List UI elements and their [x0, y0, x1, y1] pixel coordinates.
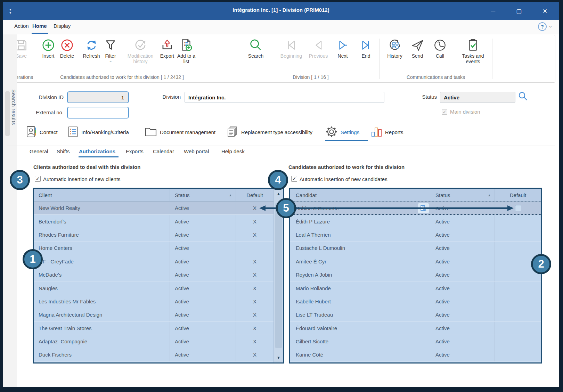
candidate-row[interactable]: Amitee É CyrActive	[290, 255, 541, 268]
menu-display[interactable]: Display	[54, 23, 71, 29]
subtab-calendar[interactable]: Calendar	[153, 148, 174, 154]
column-header-default[interactable]: Default	[236, 189, 274, 201]
ribbon: Save Operations Insert Delete Refresh Fi…	[7, 35, 555, 83]
tab-settings[interactable]: Settings	[325, 125, 359, 139]
column-header-status[interactable]: Status▲	[170, 189, 236, 201]
candidate-row[interactable]: Sabine A CaouetteActive	[290, 202, 541, 215]
client-row[interactable]: Home CentersActive	[34, 242, 283, 255]
callout-3: 3	[10, 170, 30, 190]
candidate-status-cell: Active	[431, 295, 495, 308]
end-button[interactable]: End	[359, 38, 373, 59]
subtab-authorizations[interactable]: Authorizations	[79, 148, 115, 154]
candidate-default-cell	[495, 348, 541, 361]
candidate-row[interactable]: Karine CôtéActive	[290, 348, 541, 361]
main-division-checkbox[interactable]: ✓	[442, 109, 447, 115]
client-name-cell: Home Centers	[34, 242, 170, 254]
client-row[interactable]: NauglesActiveX	[34, 281, 283, 295]
tab-document-management[interactable]: Document management	[145, 125, 215, 139]
status-field[interactable]: Active	[440, 92, 515, 103]
modification-history-button[interactable]: Modification history	[121, 38, 160, 64]
client-row[interactable]: Adaptaz CompagnieActiveX	[34, 335, 283, 348]
client-row[interactable]: Rhodes FurnitureActiveX	[34, 228, 283, 242]
sidebar-tab-search-results[interactable]: Search results	[11, 89, 17, 125]
add-to-list-button[interactable]: Add to a list	[176, 38, 197, 64]
client-row[interactable]: Les Industries Mr FablesActiveX	[34, 295, 283, 308]
candidate-row[interactable]: Isabelle HubertActive	[290, 295, 541, 308]
scrollbar-thumb[interactable]	[275, 203, 282, 348]
send-button[interactable]: Send	[410, 38, 425, 59]
client-row[interactable]: McDade'sActiveX	[34, 268, 283, 281]
candidate-row[interactable]: Eustache L DumoulinActive	[290, 242, 541, 255]
export-button[interactable]: Export	[160, 38, 174, 59]
column-header-default[interactable]: Default	[495, 189, 541, 201]
tab-replacement-type-accessibility[interactable]: Replacement type accessibility	[227, 125, 312, 139]
client-status-cell: Active	[170, 322, 236, 335]
client-row[interactable]: Bettendorf'sActiveX	[34, 215, 283, 228]
call-button[interactable]: Call	[433, 38, 447, 59]
tab-reports[interactable]: Reports	[370, 125, 403, 139]
beginning-button[interactable]: Beginning	[280, 38, 302, 59]
history-icon	[387, 38, 402, 52]
default-checkbox[interactable]	[515, 205, 521, 211]
tab-contact[interactable]: Contact	[26, 125, 58, 139]
auto-insert-clients-checkbox[interactable]: ✓	[35, 176, 41, 182]
help-icon[interactable]: ?	[538, 22, 547, 31]
client-row[interactable]: Duck FischersActiveX	[34, 348, 283, 361]
auto-insert-candidates-checkbox[interactable]: ✓	[291, 176, 297, 182]
candidate-row[interactable]: Mario RollandeActive	[290, 281, 541, 295]
client-row[interactable]: GF - GreyFadeActiveX	[34, 255, 283, 268]
previous-button[interactable]: Previous	[309, 38, 328, 59]
help-chevron-icon[interactable]: ⌄	[548, 23, 553, 28]
status-search-button[interactable]	[517, 91, 529, 103]
next-button[interactable]: Next	[335, 38, 350, 59]
column-header-client[interactable]: Client	[34, 189, 170, 201]
client-row[interactable]: Magna Architectural DesignActiveX	[34, 308, 283, 321]
sidebar-handle[interactable]	[5, 91, 10, 136]
client-status-cell: Active	[170, 215, 236, 228]
candidate-name-cell: Isabelle Hubert	[290, 295, 431, 308]
filter-button[interactable]: Filter ⌄	[103, 38, 118, 62]
column-header-status[interactable]: Status▲	[431, 189, 495, 201]
tab-info-ranking-criteria[interactable]: Info/Ranking/Criteria	[67, 125, 129, 139]
column-header-candidat[interactable]: Candidat	[290, 189, 431, 201]
insert-button[interactable]: Insert	[41, 38, 56, 59]
subtab-web-portal[interactable]: Web portal	[184, 148, 209, 154]
candidate-name-cell: Gilbert Sicotte	[290, 335, 431, 348]
subtab-shifts[interactable]: Shifts	[57, 148, 70, 154]
filter-icon	[103, 38, 118, 52]
candidate-row[interactable]: Royden A JobinActive	[290, 268, 541, 281]
menu-action[interactable]: Action	[14, 23, 29, 29]
subtab-help-desk[interactable]: Help desk	[221, 148, 245, 154]
client-status-cell: Active	[170, 242, 236, 254]
tasks-and-events-button[interactable]: Tasks and events	[458, 38, 488, 64]
next-icon	[335, 38, 350, 52]
scroll-up-icon[interactable]: ▲	[274, 191, 283, 196]
candidate-row[interactable]: Édouard ValotaireActive	[290, 322, 541, 335]
search-button[interactable]: Search	[248, 38, 263, 59]
refresh-button[interactable]: Refresh	[83, 38, 100, 59]
division-field[interactable]: Intégration Inc.	[185, 92, 384, 103]
candidate-row[interactable]: Édith P LazureActive	[290, 215, 541, 228]
external-no-field[interactable]	[67, 107, 129, 119]
candidate-row[interactable]: Leal A TherrienActive	[290, 228, 541, 242]
subtab-general[interactable]: General	[30, 148, 48, 154]
menu-home[interactable]: Home	[32, 23, 47, 29]
minimize-button[interactable]: ─	[486, 6, 500, 16]
candidate-row[interactable]: Lise LT TrudeauActive	[290, 308, 541, 321]
candidate-name-cell: Royden A Jobin	[290, 268, 431, 281]
candidate-row[interactable]: Gilbert SicotteActive	[290, 335, 541, 348]
scroll-down-icon[interactable]: ▼	[274, 356, 283, 360]
candidate-name-cell: Leal A Therrien	[290, 228, 431, 241]
client-row[interactable]: The Great Train StoresActiveX	[34, 322, 283, 335]
candidate-default-cell	[495, 335, 541, 348]
client-default-cell: X	[236, 308, 274, 321]
delete-button[interactable]: Delete	[60, 38, 74, 59]
client-row[interactable]: New World RealtyActiveX	[34, 202, 283, 215]
division-id-field[interactable]: 1	[67, 91, 129, 103]
candidate-file-button[interactable]	[418, 203, 429, 213]
maximize-button[interactable]: ▢	[512, 6, 526, 16]
close-button[interactable]: ✕	[538, 6, 552, 16]
history-button[interactable]: History	[387, 38, 402, 59]
subtab-exports[interactable]: Exports	[126, 148, 144, 154]
beginning-icon	[284, 38, 299, 52]
